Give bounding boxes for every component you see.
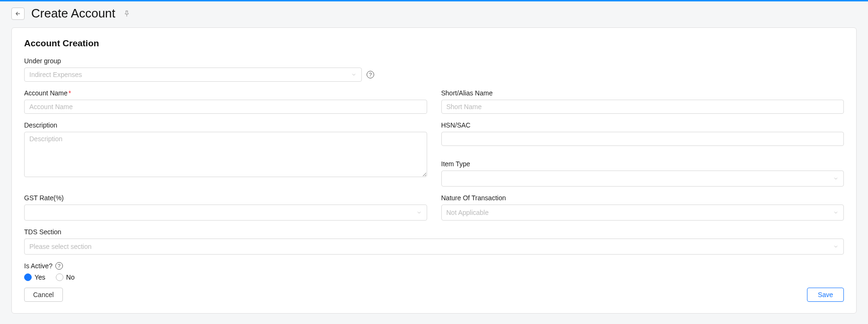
description-label: Description: [24, 121, 427, 129]
page-header: Create Account: [11, 6, 857, 21]
chevron-down-icon: [833, 244, 839, 249]
pin-button[interactable]: [122, 9, 132, 18]
arrow-left-icon: [15, 10, 21, 17]
chevron-down-icon: [351, 72, 357, 77]
page-title: Create Account: [31, 6, 115, 21]
hsn-sac-input[interactable]: [441, 132, 844, 146]
gst-rate-select[interactable]: [24, 205, 427, 221]
row-description-hsn: Description HSN/SAC Item Type: [24, 121, 844, 187]
is-active-no-label: No: [66, 273, 75, 281]
chevron-down-icon: [416, 210, 422, 215]
is-active-label: Is Active?: [24, 262, 53, 270]
short-alias-label: Short/Alias Name: [441, 89, 844, 97]
nature-of-transaction-field: Nature Of Transaction Not Applicable: [441, 194, 844, 221]
description-field: Description: [24, 121, 427, 177]
is-active-help-icon[interactable]: ?: [55, 262, 63, 270]
item-type-field: Item Type: [441, 160, 844, 187]
row-gst-nature: GST Rate(%) Nature Of Transaction Not Ap…: [24, 194, 844, 221]
nature-of-transaction-label: Nature Of Transaction: [441, 194, 844, 202]
is-active-block: Is Active? ? Yes No: [24, 262, 844, 281]
short-alias-input[interactable]: [441, 100, 844, 114]
save-button[interactable]: Save: [807, 288, 844, 302]
tds-section-field: TDS Section Please select section: [24, 228, 844, 255]
tds-section-placeholder: Please select section: [29, 243, 92, 250]
tds-section-select[interactable]: Please select section: [24, 239, 844, 255]
account-name-label-text: Account Name: [24, 89, 68, 97]
under-group-field: Under group: [24, 57, 844, 68]
form-footer: Cancel Save: [24, 288, 844, 302]
hsn-sac-field: HSN/SAC: [441, 121, 844, 146]
gst-rate-field: GST Rate(%): [24, 194, 427, 221]
is-active-yes-radio[interactable]: Yes: [24, 273, 45, 281]
row-tds: TDS Section Please select section: [24, 228, 844, 255]
description-textarea[interactable]: [24, 132, 427, 177]
short-alias-field: Short/Alias Name: [441, 89, 844, 114]
account-creation-card: Account Creation Under group Indirect Ex…: [11, 27, 857, 314]
hsn-sac-label: HSN/SAC: [441, 121, 844, 129]
cancel-button[interactable]: Cancel: [24, 288, 63, 302]
under-group-select[interactable]: Indirect Expenses: [24, 68, 362, 82]
radio-dot-icon: [24, 273, 32, 281]
radio-dot-icon: [56, 273, 63, 281]
account-name-input[interactable]: [24, 100, 427, 114]
required-mark: *: [69, 89, 71, 97]
item-type-label: Item Type: [441, 160, 844, 168]
under-group-value: Indirect Expenses: [29, 71, 82, 78]
page-container: Create Account Account Creation Under gr…: [0, 1, 868, 324]
gst-rate-label: GST Rate(%): [24, 194, 427, 202]
under-group-label: Under group: [24, 57, 844, 65]
is-active-radio-group: Yes No: [24, 273, 844, 281]
hsn-itemtype-column: HSN/SAC Item Type: [441, 121, 844, 187]
tds-section-label: TDS Section: [24, 228, 844, 236]
under-group-help-icon[interactable]: ?: [367, 71, 374, 78]
back-button[interactable]: [11, 8, 25, 20]
row-account-short: Account Name* Short/Alias Name: [24, 89, 844, 114]
pin-icon: [123, 10, 131, 17]
card-title: Account Creation: [24, 38, 844, 49]
chevron-down-icon: [833, 176, 839, 181]
item-type-select[interactable]: [441, 171, 844, 187]
is-active-label-row: Is Active? ?: [24, 262, 844, 270]
account-name-label: Account Name*: [24, 89, 427, 97]
nature-of-transaction-value: Not Applicable: [447, 209, 489, 216]
is-active-yes-label: Yes: [35, 273, 45, 281]
is-active-no-radio[interactable]: No: [56, 273, 75, 281]
nature-of-transaction-select[interactable]: Not Applicable: [441, 205, 844, 221]
account-name-field: Account Name*: [24, 89, 427, 114]
under-group-row: Indirect Expenses ?: [24, 68, 844, 82]
chevron-down-icon: [833, 210, 839, 215]
